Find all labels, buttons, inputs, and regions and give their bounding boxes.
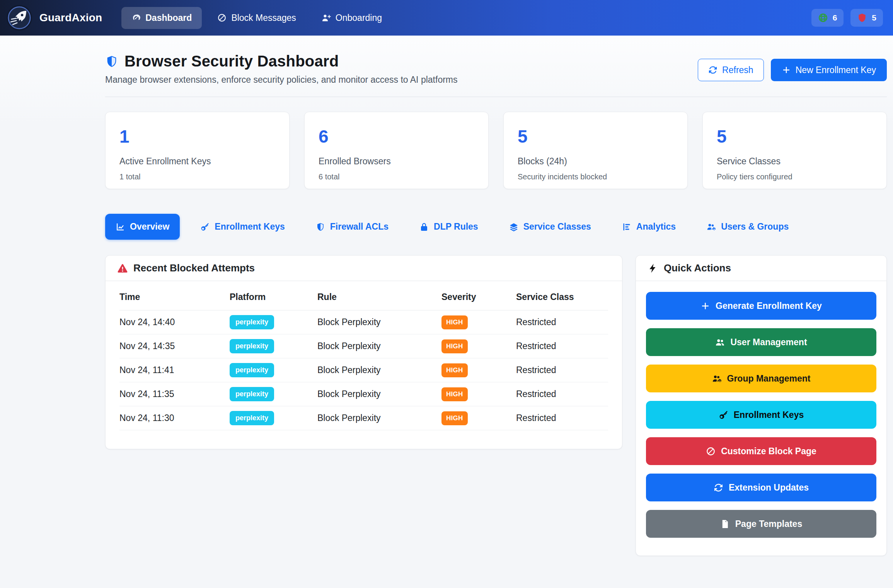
plus-icon	[782, 65, 791, 75]
nav-item-block-messages[interactable]: Block Messages	[207, 7, 306, 29]
tab-label: Analytics	[636, 222, 676, 232]
tab-analytics[interactable]: Analytics	[612, 214, 686, 240]
stat-sub: Policy tiers configured	[717, 172, 873, 181]
stat-value: 1	[119, 128, 275, 145]
stat-value: 5	[717, 128, 873, 145]
cell-rule: Block Perplexity	[317, 406, 441, 430]
tab-dlp-rules[interactable]: DLP Rules	[409, 214, 489, 240]
refresh-label: Refresh	[722, 65, 753, 75]
refresh-button[interactable]: Refresh	[698, 59, 764, 81]
key-icon	[200, 222, 210, 232]
app-logo[interactable]	[6, 5, 32, 31]
tab-label: DLP Rules	[434, 222, 478, 232]
stat-value: 6	[319, 128, 474, 145]
file-code-icon	[720, 519, 730, 529]
platform-badge: perplexity	[230, 339, 274, 353]
severity-badge: HIGH	[441, 315, 468, 329]
stat-cards: 1 Active Enrollment Keys 1 total 6 Enrol…	[105, 112, 887, 189]
extension-updates-button[interactable]: Extension Updates	[646, 474, 876, 501]
group-management-button[interactable]: Group Management	[646, 365, 876, 392]
bolt-icon	[648, 263, 658, 274]
key-icon	[719, 410, 728, 420]
qa-button-label: Group Management	[727, 373, 811, 384]
blocked-panel-title: Recent Blocked Attempts	[133, 262, 255, 274]
gauge-icon	[131, 13, 141, 22]
platform-badge: perplexity	[230, 315, 274, 329]
blocked-attempts-table: Time Platform Rule Severity Service Clas…	[119, 281, 608, 430]
new-enrollment-key-label: New Enrollment Key	[796, 65, 876, 75]
nav-item-label: Onboarding	[336, 13, 382, 23]
enrollment-keys-button[interactable]: Enrollment Keys	[646, 401, 876, 429]
stat-sub: Security incidents blocked	[518, 172, 673, 181]
cell-rule: Block Perplexity	[317, 382, 441, 406]
stat-card-service-classes: 5 Service Classes Policy tiers configure…	[702, 112, 887, 189]
stat-card-enrolled-browsers: 6 Enrolled Browsers 6 total	[304, 112, 489, 189]
table-row: Nov 24, 11:30 perplexity Block Perplexit…	[119, 406, 608, 430]
qa-button-label: Extension Updates	[729, 482, 809, 493]
section-tabs: Overview Enrollment Keys Firewall ACLs D…	[105, 214, 887, 240]
recent-blocked-attempts-panel: Recent Blocked Attempts Time Platform Ru…	[105, 255, 622, 449]
nav-item-dashboard[interactable]: Dashboard	[121, 7, 202, 29]
blocks-count-badge[interactable]: 5	[850, 9, 883, 27]
stat-card-active-keys: 1 Active Enrollment Keys 1 total	[105, 112, 290, 189]
qa-button-label: Customize Block Page	[721, 446, 816, 457]
person-plus-icon	[322, 13, 331, 22]
tab-overview[interactable]: Overview	[105, 214, 180, 240]
stat-card-blocks-24h: 5 Blocks (24h) Security incidents blocke…	[503, 112, 688, 189]
page-body: Browser Security Dashboard Manage browse…	[0, 36, 893, 588]
stat-sub: 6 total	[319, 172, 474, 181]
cell-service-class: Restricted	[516, 334, 608, 358]
top-navbar: GuardAxion Dashboard Block Messages Onbo…	[0, 0, 893, 36]
users-gear-icon	[707, 222, 716, 232]
table-row: Nov 24, 14:35 perplexity Block Perplexit…	[119, 334, 608, 358]
nav-item-onboarding[interactable]: Onboarding	[312, 7, 392, 29]
severity-badge: HIGH	[441, 387, 468, 401]
cell-rule: Block Perplexity	[317, 334, 441, 358]
chart-line-icon	[116, 222, 125, 232]
plus-icon	[700, 301, 710, 311]
qa-button-label: User Management	[730, 337, 807, 348]
tab-label: Users & Groups	[721, 222, 789, 232]
warning-triangle-icon	[117, 263, 128, 274]
tab-enrollment-keys[interactable]: Enrollment Keys	[190, 214, 295, 240]
col-rule: Rule	[317, 281, 441, 310]
shield-icon	[857, 13, 867, 23]
main-nav: Dashboard Block Messages Onboarding	[121, 7, 392, 29]
tab-firewall-acls[interactable]: Firewall ACLs	[305, 214, 399, 240]
new-enrollment-key-button[interactable]: New Enrollment Key	[771, 59, 887, 81]
tab-service-classes[interactable]: Service Classes	[499, 214, 602, 240]
bar-chart-icon	[622, 222, 631, 232]
customize-block-page-button[interactable]: Customize Block Page	[646, 437, 876, 465]
qa-button-label: Generate Enrollment Key	[716, 301, 822, 311]
tab-label: Firewall ACLs	[330, 222, 389, 232]
qa-button-label: Enrollment Keys	[734, 410, 804, 420]
col-platform: Platform	[230, 281, 317, 310]
refresh-icon	[708, 65, 717, 75]
stat-label: Active Enrollment Keys	[119, 156, 275, 167]
stat-label: Service Classes	[717, 156, 873, 167]
brand-name: GuardAxion	[39, 12, 102, 24]
page-templates-button[interactable]: Page Templates	[646, 510, 876, 538]
user-management-button[interactable]: User Management	[646, 328, 876, 356]
generate-enrollment-key-button[interactable]: Generate Enrollment Key	[646, 292, 876, 320]
platform-badge: perplexity	[230, 387, 274, 401]
platform-badge: perplexity	[230, 363, 274, 377]
shield-half-icon	[316, 222, 325, 232]
tab-label: Overview	[130, 222, 169, 232]
table-row: Nov 24, 11:35 perplexity Block Perplexit…	[119, 382, 608, 406]
quick-actions-panel: Quick Actions Generate Enrollment Key Us…	[636, 255, 887, 556]
blocked-panel-header: Recent Blocked Attempts	[106, 256, 622, 281]
enrolled-browsers-badge[interactable]: 6	[811, 9, 844, 27]
table-row: Nov 24, 11:41 perplexity Block Perplexit…	[119, 358, 608, 382]
tab-label: Enrollment Keys	[215, 222, 285, 232]
cell-service-class: Restricted	[516, 358, 608, 382]
tab-users-groups[interactable]: Users & Groups	[696, 214, 799, 240]
cell-time: Nov 24, 11:41	[119, 358, 230, 382]
cell-time: Nov 24, 11:30	[119, 406, 230, 430]
quick-actions-title: Quick Actions	[664, 262, 731, 274]
cell-rule: Block Perplexity	[317, 310, 441, 334]
shield-half-icon	[105, 54, 118, 69]
severity-badge: HIGH	[441, 411, 468, 425]
stat-sub: 1 total	[119, 172, 275, 181]
cell-service-class: Restricted	[516, 406, 608, 430]
